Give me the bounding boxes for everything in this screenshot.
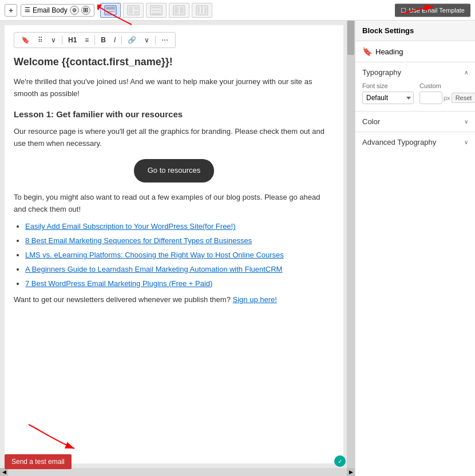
advanced-typography-label: Advanced Typography (362, 138, 436, 146)
font-size-select[interactable]: Default (362, 92, 414, 104)
svg-rect-5 (129, 7, 133, 14)
block-settings-header: Block Settings (355, 21, 475, 41)
svg-rect-18 (204, 7, 207, 14)
scroll-track[interactable] (8, 468, 347, 476)
svg-rect-9 (152, 7, 161, 9)
email-heading: Welcome {{contact.first_name}}! (14, 54, 334, 70)
template-btn-1[interactable] (100, 3, 121, 18)
font-size-row: Font size Default Custom px Reset (362, 82, 468, 104)
toolbar-separator-4 (155, 35, 156, 45)
chevron2-toolbar-icon[interactable]: ∨ (142, 35, 152, 45)
svg-rect-6 (134, 7, 138, 10)
list-item: 7 Best WordPress Email Marketing Plugins… (25, 278, 334, 290)
align-toolbar-icon[interactable]: ≡ (82, 35, 91, 45)
lesson-body: Our resource page is where you'll get al… (14, 126, 334, 150)
settings-icon[interactable]: ⊞ (81, 6, 90, 15)
svg-rect-17 (201, 7, 203, 14)
template-btn-2[interactable] (123, 3, 144, 18)
app-container: + ☰ Email Body ⚙ ⊞ (0, 0, 475, 476)
typography-content: Font size Default Custom px Reset (355, 82, 475, 111)
template-icon-3 (150, 5, 163, 15)
font-size-col: Font size Default (362, 82, 414, 104)
color-chevron-icon: ∨ (464, 118, 468, 125)
gear-icon[interactable]: ⚙ (70, 6, 79, 15)
teal-circle-icon: ✓ (334, 455, 346, 467)
list-item: 8 Best Email Marketing Sequences for Dif… (25, 235, 334, 247)
blog-link-1[interactable]: Easily Add Email Subscription to Your Wo… (25, 222, 236, 231)
section-icon: ☰ (25, 6, 30, 14)
email-body: Welcome {{contact.first_name}}! We're th… (14, 54, 334, 306)
lesson-heading: Lesson 1: Get familier with our resource… (14, 108, 334, 121)
typography-section-header[interactable]: Typography ∧ (355, 62, 475, 82)
template-icon-1 (104, 5, 117, 15)
heading-label: Heading (375, 47, 403, 56)
svg-rect-10 (152, 10, 161, 11)
h1-toolbar-button[interactable]: H1 (66, 35, 79, 45)
list-item: Easily Add Email Subscription to Your Wo… (25, 221, 334, 233)
template-btn-5[interactable] (192, 3, 212, 18)
template-btn-4[interactable] (169, 3, 189, 18)
custom-font-size-input[interactable] (419, 92, 442, 104)
vertical-scrollbar[interactable] (347, 21, 355, 468)
toolbar-separator-1 (62, 35, 62, 45)
chevron-down-toolbar-icon[interactable]: ∨ (49, 35, 58, 45)
editor-toolbar: 🔖 ⠿ ∨ H1 ≡ B I 🔗 ∨ ⋯ (14, 32, 176, 48)
scroll-right-button[interactable]: ▶ (347, 468, 355, 476)
use-email-label: Use Email Template (409, 7, 465, 14)
svg-rect-16 (197, 7, 200, 14)
italic-toolbar-button[interactable]: I (112, 35, 118, 45)
svg-rect-11 (152, 13, 161, 14)
template-btn-3[interactable] (146, 3, 167, 18)
heading-row: 🔖 Heading (362, 47, 468, 56)
typography-chevron-icon: ∧ (464, 69, 468, 76)
svg-rect-2 (106, 11, 115, 12)
horizontal-scrollbar[interactable]: ◀ ▶ (0, 468, 355, 476)
blog-link-4[interactable]: A Beginners Guide to Learndash Email Mar… (25, 265, 282, 273)
blog-link-5[interactable]: 7 Best WordPress Email Marketing Plugins… (25, 279, 212, 288)
heading-section: 🔖 Heading (355, 41, 475, 62)
typography-label: Typography (362, 68, 401, 77)
list-item: LMS vs. eLearning Platforms: Choosing th… (25, 249, 334, 261)
svg-rect-14 (180, 7, 184, 14)
top-bar: + ☰ Email Body ⚙ ⊞ (0, 0, 475, 21)
send-test-email-button[interactable]: Send a test email (5, 454, 72, 469)
link-toolbar-icon[interactable]: 🔗 (125, 35, 138, 45)
block-settings-label: Block Settings (362, 26, 414, 35)
section-label: ☰ Email Body ⚙ ⊞ (21, 4, 94, 17)
scroll-thumb[interactable] (347, 21, 354, 55)
main-area: 🔖 ⠿ ∨ H1 ≡ B I 🔗 ∨ ⋯ Welco (0, 21, 475, 476)
reset-button[interactable]: Reset (452, 93, 475, 103)
font-size-label: Font size (362, 82, 414, 89)
color-label: Color (362, 117, 380, 126)
template-icon-4 (173, 5, 185, 15)
intro-paragraph: We're thrilled that you've joined us! An… (14, 76, 334, 100)
blog-link-2[interactable]: 8 Best Email Marketing Sequences for Dif… (25, 236, 252, 245)
add-button[interactable]: + (5, 4, 17, 17)
svg-rect-7 (134, 11, 138, 14)
bold-toolbar-button[interactable]: B (98, 35, 108, 45)
list-item: A Beginners Guide to Learndash Email Mar… (25, 264, 334, 276)
svg-rect-1 (106, 7, 115, 10)
drag-handle-icon[interactable]: ⠿ (35, 35, 45, 45)
bookmark-toolbar-icon[interactable]: 🔖 (19, 35, 32, 45)
cta-button[interactable]: Go to resources (134, 159, 215, 183)
advanced-typography-section-header[interactable]: Advanced Typography ∨ (355, 132, 475, 152)
signup-link[interactable]: Sign up here! (233, 295, 277, 304)
blog-intro: To begin, you might also want to read ou… (14, 192, 334, 216)
newsletter-text: Want to get our newsletters delivered wh… (14, 294, 334, 306)
blog-link-3[interactable]: LMS vs. eLearning Platforms: Choosing th… (25, 251, 284, 259)
use-email-template-button[interactable]: ☐ Use Email Template (395, 3, 470, 17)
section-text: Email Body (33, 6, 68, 14)
custom-col: Custom px Reset (419, 82, 475, 104)
template-switcher (100, 3, 212, 18)
bookmark-icon: 🔖 (362, 47, 372, 56)
template-icon-5 (196, 5, 208, 15)
scroll-left-button[interactable]: ◀ (0, 468, 8, 476)
template-icon-2 (127, 5, 140, 15)
editor-panel: 🔖 ⠿ ∨ H1 ≡ B I 🔗 ∨ ⋯ Welco (0, 21, 355, 476)
custom-input-row: px Reset (419, 92, 475, 104)
color-section-header[interactable]: Color ∨ (355, 112, 475, 132)
custom-label: Custom (419, 82, 475, 89)
more-toolbar-icon[interactable]: ⋯ (159, 35, 171, 45)
advanced-typography-chevron-icon: ∨ (464, 139, 468, 145)
